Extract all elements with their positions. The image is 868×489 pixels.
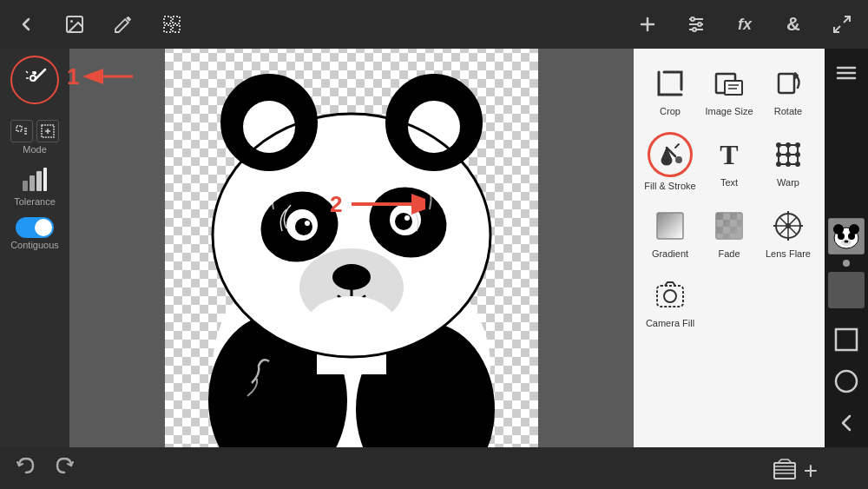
svg-rect-2 [164, 17, 171, 23]
right-dropdown-panel: Crop Image Size [634, 49, 825, 447]
svg-point-73 [776, 142, 781, 148]
svg-point-74 [786, 142, 791, 148]
mode-label: Mode [23, 144, 47, 155]
svg-line-66 [675, 144, 679, 148]
dropdown-rotate[interactable]: Rotate [759, 56, 818, 125]
layers-bottom-bar: + [773, 456, 818, 486]
svg-line-18 [26, 71, 28, 73]
svg-point-78 [795, 152, 800, 157]
undo-button[interactable] [14, 453, 38, 483]
svg-point-12 [698, 23, 701, 26]
text-label: Text [720, 177, 738, 188]
svg-rect-64 [779, 74, 794, 93]
svg-rect-32 [23, 181, 28, 191]
svg-point-77 [786, 152, 791, 157]
warp-label: Warp [777, 177, 799, 188]
dropdown-image-size[interactable]: Image Size [700, 56, 759, 125]
svg-rect-4 [164, 25, 171, 32]
magic-wand-button[interactable] [10, 56, 59, 104]
svg-point-79 [776, 162, 781, 167]
svg-point-1 [70, 20, 73, 23]
far-right-panel [825, 49, 868, 447]
svg-point-53 [332, 264, 371, 290]
circle-shape-button[interactable] [829, 364, 864, 399]
brush-button[interactable] [104, 5, 142, 43]
dropdown-camera-fill[interactable]: Camera Fill [641, 268, 700, 337]
dropdown-fill-stroke[interactable]: Fill & Stroke [641, 125, 700, 198]
image-button[interactable] [56, 5, 94, 43]
dropdown-warp[interactable]: Warp [759, 125, 818, 198]
svg-rect-5 [173, 25, 180, 32]
back-navigate-button[interactable] [829, 406, 864, 440]
main-area: 1 [0, 49, 868, 447]
svg-point-112 [838, 233, 845, 240]
dropdown-text[interactable]: T Text [700, 125, 759, 198]
rotate-icon [769, 64, 807, 102]
contiguous-toggle[interactable] [16, 217, 54, 238]
left-sidebar: 1 [0, 49, 69, 447]
mode-icons [10, 120, 59, 142]
crop-icon [651, 64, 689, 102]
layer-dot-1 [843, 260, 850, 267]
redo-button[interactable] [52, 453, 76, 483]
back-button[interactable] [7, 5, 45, 43]
image-size-label: Image Size [705, 106, 753, 116]
dropdown-crop[interactable]: Crop [641, 56, 700, 125]
tolerance-label: Tolerance [14, 196, 56, 207]
tolerance-icon [17, 162, 52, 196]
svg-rect-91 [716, 213, 742, 239]
gradient-icon [651, 207, 689, 245]
fullscreen-button[interactable] [823, 5, 861, 43]
svg-rect-34 [36, 171, 42, 191]
add-button[interactable] [628, 5, 667, 43]
svg-point-115 [845, 241, 849, 243]
svg-point-11 [691, 17, 694, 21]
svg-point-75 [795, 142, 800, 148]
svg-point-13 [693, 28, 696, 31]
canvas-content [165, 49, 538, 447]
dropdown-grid: Crop Image Size [634, 49, 825, 344]
annotation-2-arrow [347, 188, 425, 221]
svg-point-50 [305, 221, 310, 226]
svg-point-103 [664, 290, 676, 302]
svg-point-113 [848, 233, 855, 240]
svg-point-48 [295, 218, 312, 235]
fx-button[interactable]: fx [726, 5, 764, 43]
svg-rect-116 [836, 329, 857, 350]
crop-label: Crop [660, 106, 681, 116]
contiguous-label: Contiguous [10, 240, 59, 250]
annotation-2-label: 2 [330, 191, 342, 218]
hamburger-menu-button[interactable] [829, 56, 864, 90]
svg-point-97 [786, 223, 791, 228]
layer-thumb-2[interactable] [828, 272, 865, 308]
mode-btn-2[interactable] [36, 120, 59, 142]
svg-point-76 [776, 152, 781, 157]
svg-point-65 [675, 156, 682, 163]
dropdown-lens-flare[interactable]: Lens Flare [759, 198, 818, 268]
square-shape-button[interactable] [829, 322, 864, 357]
top-toolbar: fx & [0, 0, 868, 49]
image-size-icon [710, 64, 748, 102]
lens-flare-icon [769, 207, 807, 245]
svg-rect-25 [16, 126, 22, 131]
svg-rect-102 [657, 286, 683, 307]
svg-rect-35 [43, 168, 47, 191]
svg-rect-33 [30, 175, 35, 191]
fade-icon [710, 207, 748, 245]
annotation-2: 2 [330, 188, 425, 221]
dropdown-fade[interactable]: Fade [700, 198, 759, 268]
canvas-area[interactable]: 2 [69, 49, 634, 447]
mode-btn-1[interactable] [10, 120, 33, 142]
ampersand-button[interactable]: & [774, 5, 812, 43]
svg-point-117 [836, 371, 857, 392]
layers-icon-button[interactable] [773, 456, 797, 486]
bottom-bar: + [0, 447, 868, 489]
layer-thumb-1[interactable] [828, 218, 865, 254]
add-layer-button[interactable]: + [804, 457, 818, 485]
dropdown-gradient[interactable]: Gradient [641, 198, 700, 268]
text-icon: T [710, 135, 748, 174]
adjust-button[interactable] [677, 5, 715, 43]
select-button[interactable] [153, 5, 191, 43]
fill-stroke-circle [648, 132, 693, 177]
svg-line-15 [834, 26, 840, 32]
